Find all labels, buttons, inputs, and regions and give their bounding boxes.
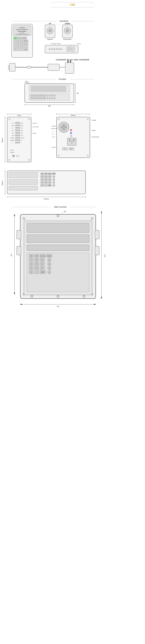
svg-text:downstream: downstream — [92, 136, 99, 138]
svg-text:210mm: 210mm — [44, 198, 49, 200]
svg-rect-140 — [19, 122, 20, 124]
svg-text:8: 8 — [36, 259, 37, 261]
svg-text:DN+: DN+ — [21, 125, 23, 126]
svg-point-202 — [58, 118, 59, 120]
svg-text:upsteam: upsteam — [51, 146, 56, 148]
svg-point-220 — [73, 139, 75, 141]
svg-text:.: . — [46, 184, 46, 186]
svg-text:150mm: 150mm — [1, 138, 3, 142]
svg-rect-250 — [9, 186, 38, 190]
svg-text:0: 0 — [31, 271, 32, 273]
svg-rect-248 — [9, 172, 38, 178]
svg-text:Upsteam: Upsteam — [47, 38, 53, 40]
svg-point-370 — [83, 295, 85, 298]
svg-rect-374 — [95, 246, 99, 255]
svg-rect-169 — [17, 137, 18, 138]
svg-text:3: 3 — [49, 182, 50, 183]
svg-point-205 — [87, 155, 88, 156]
svg-point-134 — [28, 118, 30, 120]
svg-rect-168 — [15, 137, 17, 138]
svg-text:UP-: UP- — [21, 128, 23, 129]
svg-text:1: 1 — [31, 267, 32, 269]
svg-text:Φ9: Φ9 — [64, 211, 66, 212]
svg-rect-164 — [17, 134, 18, 136]
svg-point-62 — [51, 49, 52, 50]
svg-text:MENU: MENU — [24, 40, 28, 42]
svg-point-135 — [9, 159, 10, 160]
svg-point-219 — [69, 139, 70, 141]
svg-rect-106 — [43, 95, 46, 96]
svg-point-203 — [87, 118, 88, 120]
svg-point-54 — [66, 29, 69, 32]
svg-rect-165 — [19, 134, 20, 136]
svg-rect-373 — [95, 230, 99, 239]
svg-rect-160 — [19, 132, 20, 134]
svg-text:Downstream: Downstream — [63, 38, 71, 40]
svg-rect-69 — [67, 46, 75, 52]
svg-point-210 — [63, 129, 64, 130]
svg-text:OCT+: OCT+ — [11, 135, 15, 136]
svg-text:Battery: Battery — [10, 152, 14, 153]
svg-text:▲/▼: ▲/▼ — [25, 43, 27, 44]
svg-rect-139 — [17, 122, 18, 124]
svg-rect-114 — [40, 97, 43, 99]
svg-text:9: 9 — [49, 176, 50, 177]
svg-text:.: . — [22, 49, 23, 50]
svg-point-61 — [49, 49, 50, 50]
svg-point-368 — [31, 295, 33, 298]
svg-text:RS232: RS232 — [77, 43, 81, 44]
svg-rect-100 — [31, 86, 66, 91]
svg-text:T2: T2 — [52, 134, 54, 135]
svg-point-136 — [28, 159, 30, 160]
svg-text:OFF: OFF — [18, 38, 20, 39]
svg-rect-249 — [9, 180, 38, 184]
svg-text:ENT: ENT — [70, 148, 72, 150]
svg-point-214 — [70, 132, 72, 134]
svg-point-110 — [54, 95, 55, 96]
svg-text:downstream: downstream — [51, 128, 57, 129]
svg-rect-111 — [30, 97, 33, 99]
svg-text:AO+: AO+ — [21, 132, 23, 134]
svg-text:.: . — [36, 271, 37, 273]
svg-point-212 — [66, 127, 66, 128]
svg-text:TX1: TX1 — [11, 122, 14, 124]
svg-point-211 — [61, 127, 62, 128]
svg-text:power: power — [92, 130, 96, 131]
svg-rect-178 — [15, 142, 17, 143]
svg-point-119 — [54, 97, 55, 99]
svg-point-302 — [91, 218, 93, 220]
svg-marker-359 — [101, 212, 102, 213]
svg-rect-307 — [27, 235, 89, 243]
svg-rect-175 — [19, 140, 20, 141]
svg-text:7: 7 — [42, 176, 42, 177]
svg-rect-103 — [34, 95, 36, 96]
svg-marker-360 — [101, 297, 102, 298]
svg-point-116 — [47, 97, 48, 99]
svg-marker-366 — [94, 304, 96, 305]
svg-point-68 — [61, 49, 62, 50]
svg-text:270: 270 — [104, 254, 106, 257]
svg-text:downstream: downstream — [33, 126, 39, 128]
svg-text:5: 5 — [36, 263, 37, 265]
svg-text:ON: ON — [30, 255, 32, 257]
svg-text:1: 1 — [15, 46, 15, 48]
svg-rect-173 — [15, 140, 17, 141]
svg-point-208 — [62, 126, 65, 129]
svg-point-67 — [59, 49, 60, 50]
svg-text:7: 7 — [31, 259, 32, 261]
svg-text:TX2: TX2 — [11, 130, 14, 131]
svg-text:6: 6 — [49, 179, 50, 180]
svg-point-86 — [27, 66, 31, 68]
svg-rect-308 — [27, 245, 89, 251]
svg-text:▼: ▼ — [53, 179, 54, 180]
svg-rect-104 — [37, 95, 39, 96]
svg-rect-154 — [17, 130, 18, 131]
svg-text:2: 2 — [18, 46, 19, 48]
svg-rect-145 — [19, 124, 20, 126]
svg-rect-150 — [19, 127, 20, 128]
svg-text:▼: ▼ — [49, 264, 50, 265]
svg-text:4: 4 — [42, 179, 42, 180]
svg-text:UP: UP — [64, 148, 66, 150]
svg-text:heat: heat — [52, 136, 54, 138]
svg-point-63 — [52, 49, 53, 50]
